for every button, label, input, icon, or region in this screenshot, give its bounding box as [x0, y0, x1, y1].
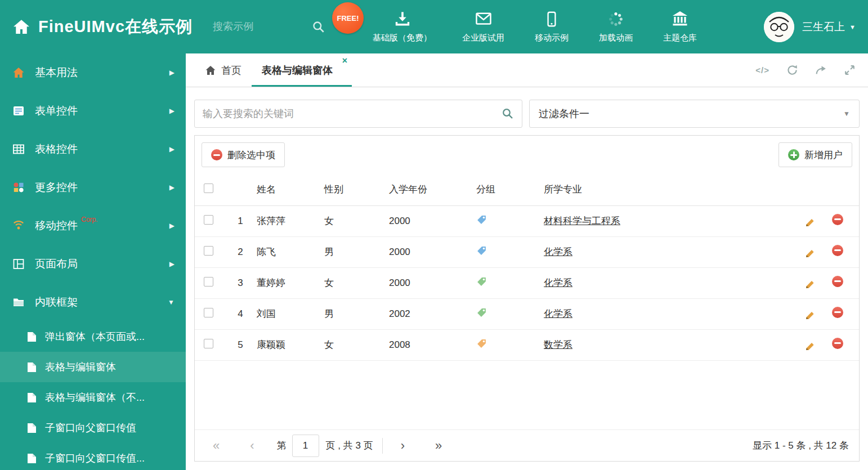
refresh-icon[interactable] [786, 64, 798, 76]
sidebar-item-basic-usage[interactable]: 基本用法 ▶ [0, 53, 186, 92]
nav-item-theme-repo[interactable]: 主题仓库 [663, 10, 697, 43]
widgets-icon [12, 181, 25, 194]
header-search-input[interactable] [213, 21, 297, 33]
cell-year: 2000 [389, 205, 476, 236]
minus-circle-icon [211, 149, 222, 160]
delete-selected-button[interactable]: 删除选中项 [202, 142, 285, 167]
table-row: 2 陈飞 男 2000 化学系 [195, 236, 859, 267]
sidebar-item-more-controls[interactable]: 更多控件 ▶ [0, 168, 186, 207]
sidebar-subitem-label: 子窗口向父窗口传值... [45, 451, 145, 465]
sidebar-item-grid-controls[interactable]: 表格控件 ▶ [0, 130, 186, 168]
table-empty-space [195, 361, 859, 430]
layout-icon [12, 258, 25, 270]
search-icon[interactable] [502, 108, 514, 120]
home-icon [12, 66, 25, 79]
row-number: 5 [224, 329, 257, 360]
grid-panel: 删除选中项 新增用户 [194, 135, 860, 462]
table-row: 3 董婷婷 女 2000 化学系 [195, 267, 859, 298]
table-row: 4 刘国 男 2002 化学系 [195, 298, 859, 329]
column-header-gender: 性别 [324, 174, 389, 205]
sidebar: 基本用法 ▶ 表单控件 ▶ 表格控件 ▶ 更多 [0, 53, 186, 470]
nav-label: 加载动画 [599, 33, 633, 43]
row-checkbox[interactable] [204, 277, 213, 287]
filter-dropdown[interactable]: 过滤条件一 ▼ [529, 100, 860, 128]
row-number: 3 [224, 267, 257, 298]
sidebar-subitem-child-to-parent-2[interactable]: 子窗口向父窗口传值... [0, 443, 186, 470]
column-header-name: 姓名 [257, 174, 324, 205]
delete-row-icon[interactable] [832, 245, 843, 256]
delete-row-icon[interactable] [832, 338, 843, 349]
next-page-icon[interactable]: › [393, 438, 413, 453]
major-link[interactable]: 数学系 [544, 339, 572, 350]
logo[interactable]: FineUIMvc在线示例 [12, 16, 193, 38]
major-link[interactable]: 化学系 [544, 277, 572, 288]
edit-pencil-icon[interactable] [804, 341, 816, 352]
pagination-bar: « ‹ 第 页 , 共 3 页 › » 显示 1 - 5 条 , 共 12 条 [195, 429, 859, 461]
row-number: 1 [224, 205, 257, 236]
major-link[interactable]: 化学系 [544, 247, 572, 257]
table-row: 1 张萍萍 女 2000 材料科学与工程系 [195, 205, 859, 236]
app-window: FineUIMvc在线示例 FREE! 基础版（免费） 企业版试用 [0, 0, 868, 470]
nav-item-enterprise-trial[interactable]: 企业版试用 [462, 10, 504, 43]
last-page-icon[interactable]: » [427, 438, 450, 453]
page-number-input[interactable] [292, 435, 319, 457]
tab-grid-edit-window[interactable]: 表格与编辑窗体 × [252, 53, 352, 87]
row-checkbox[interactable] [204, 246, 213, 256]
prev-page-icon[interactable]: ‹ [242, 438, 262, 453]
sidebar-subitem-popup-window[interactable]: 弹出窗体（本页面或... [0, 321, 186, 352]
edit-pencil-icon[interactable] [804, 279, 816, 290]
row-number: 2 [224, 236, 257, 267]
sidebar-subitem-grid-edit-window-2[interactable]: 表格与编辑窗体（不... [0, 382, 186, 413]
tag-icon[interactable] [476, 245, 487, 256]
tag-icon[interactable] [476, 338, 487, 349]
user-menu[interactable]: 三生石上 ▼ [764, 12, 856, 42]
tag-icon[interactable] [476, 307, 487, 318]
mobile-icon [544, 10, 560, 27]
expand-icon[interactable] [844, 64, 856, 76]
major-link[interactable]: 化学系 [544, 308, 572, 319]
signal-icon [12, 220, 25, 232]
sidebar-subitem-grid-edit-window[interactable]: 表格与编辑窗体 [0, 352, 186, 382]
column-header-index [224, 174, 257, 205]
search-icon[interactable] [312, 20, 325, 34]
first-page-icon[interactable]: « [205, 438, 227, 453]
tag-icon[interactable] [476, 276, 487, 287]
keyword-search-input[interactable] [203, 108, 502, 120]
row-checkbox[interactable] [204, 215, 213, 225]
close-icon[interactable]: × [342, 56, 347, 65]
select-all-checkbox[interactable] [204, 183, 213, 193]
row-checkbox[interactable] [204, 308, 213, 317]
page-prefix: 第 [277, 439, 287, 452]
nav-item-loading-animations[interactable]: 加载动画 [599, 10, 633, 43]
file-icon [27, 453, 37, 464]
add-user-button[interactable]: 新增用户 [778, 142, 852, 167]
edit-pencil-icon[interactable] [804, 310, 816, 321]
sidebar-item-iframe[interactable]: 内联框架 ▼ [0, 283, 186, 321]
edit-pencil-icon[interactable] [804, 217, 816, 228]
column-header-group: 分组 [476, 174, 544, 205]
sidebar-item-page-layout[interactable]: 页面布局 ▶ [0, 245, 186, 283]
nav-item-mobile-demo[interactable]: 移动示例 [535, 10, 569, 43]
major-link[interactable]: 材料科学与工程系 [544, 216, 620, 226]
open-new-window-icon[interactable] [815, 64, 827, 76]
delete-row-icon[interactable] [832, 276, 843, 287]
cell-name: 陈飞 [257, 236, 324, 267]
pagination-divider [382, 438, 383, 454]
home-icon [12, 18, 30, 36]
sidebar-item-form-controls[interactable]: 表单控件 ▶ [0, 92, 186, 130]
sidebar-item-mobile-controls[interactable]: 移动控件 Corp. ▶ [0, 207, 186, 245]
column-header-year: 入学年份 [389, 174, 476, 205]
delete-row-icon[interactable] [832, 307, 843, 318]
tab-home[interactable]: 首页 [195, 53, 252, 87]
chevron-down-icon: ▼ [843, 110, 850, 118]
tag-icon[interactable] [476, 214, 487, 225]
delete-row-icon[interactable] [832, 214, 843, 225]
edit-pencil-icon[interactable] [804, 248, 816, 259]
row-checkbox[interactable] [204, 339, 213, 348]
source-code-icon[interactable]: </> [755, 65, 769, 75]
table-icon [12, 143, 25, 155]
nav-item-basic-version[interactable]: FREE! 基础版（免费） [373, 10, 432, 43]
sidebar-subitem-child-to-parent[interactable]: 子窗口向父窗口传值 [0, 413, 186, 443]
frame-icon [12, 296, 25, 308]
chevron-right-icon: ▶ [169, 222, 175, 230]
